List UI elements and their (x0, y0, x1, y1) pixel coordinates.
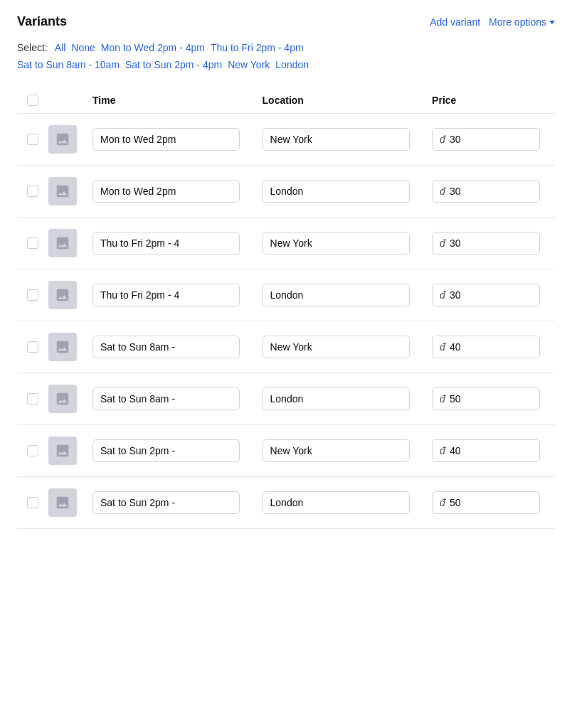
table-row: đ (17, 425, 555, 477)
time-input-1[interactable] (92, 180, 240, 203)
row-time-col (87, 232, 257, 255)
header-price-col: Price (426, 95, 555, 106)
chevron-down-icon (549, 21, 555, 24)
variant-image-5[interactable] (48, 385, 77, 413)
location-input-5[interactable] (263, 387, 410, 410)
image-icon (55, 287, 70, 303)
location-input-3[interactable] (263, 284, 410, 306)
row-time-col (87, 180, 257, 203)
variant-image-4[interactable] (48, 333, 77, 361)
row-check-col (17, 134, 48, 145)
row-price-col: đ (426, 387, 555, 410)
row-check-col (17, 186, 48, 197)
row-checkbox-0[interactable] (27, 134, 38, 145)
row-price-col: đ (426, 284, 555, 306)
image-icon (55, 132, 70, 147)
row-checkbox-7[interactable] (27, 497, 38, 508)
row-check-col (17, 289, 48, 301)
select-label: Select: (17, 42, 48, 53)
row-img-col (48, 281, 87, 309)
table-row: đ (17, 373, 555, 425)
price-field-wrap-2: đ (432, 232, 540, 255)
more-options-button[interactable]: More options (489, 16, 555, 28)
table-row: đ (17, 477, 555, 529)
time-input-7[interactable] (92, 491, 240, 514)
row-location-col (257, 439, 427, 462)
row-checkbox-2[interactable] (27, 237, 38, 249)
row-location-col (257, 284, 427, 306)
price-input-3[interactable] (450, 289, 492, 301)
select-sat-sun-8am-link[interactable]: Sat to Sun 8am - 10am (17, 59, 120, 70)
time-input-5[interactable] (92, 387, 240, 410)
location-input-4[interactable] (263, 336, 410, 358)
location-input-7[interactable] (263, 491, 410, 514)
table-row: đ (17, 166, 555, 218)
price-field-wrap-6: đ (432, 439, 540, 462)
row-time-col (87, 284, 257, 306)
row-location-col (257, 180, 427, 203)
price-input-5[interactable] (450, 393, 492, 405)
row-check-col (17, 445, 48, 456)
header-actions: Add variant More options (430, 16, 555, 28)
location-input-0[interactable] (263, 128, 410, 151)
variant-image-3[interactable] (48, 281, 77, 309)
row-check-col (17, 497, 48, 508)
row-check-col (17, 393, 48, 405)
row-img-col (48, 385, 87, 413)
price-input-4[interactable] (450, 341, 492, 353)
price-input-7[interactable] (450, 497, 492, 508)
price-input-0[interactable] (450, 134, 492, 145)
variant-image-7[interactable] (48, 488, 77, 517)
table-header: Time Location Price (17, 87, 555, 114)
row-checkbox-4[interactable] (27, 341, 38, 353)
select-none-link[interactable]: None (71, 42, 95, 53)
header-check-col (17, 95, 48, 106)
time-input-6[interactable] (92, 439, 240, 462)
price-input-6[interactable] (450, 445, 492, 456)
time-input-3[interactable] (92, 284, 240, 306)
row-time-col (87, 128, 257, 151)
variants-table: Time Location Price (17, 87, 555, 529)
currency-symbol: đ (440, 497, 445, 508)
variant-image-1[interactable] (48, 177, 77, 205)
table-row: đ (17, 218, 555, 269)
currency-symbol: đ (440, 186, 445, 197)
currency-symbol: đ (440, 237, 445, 249)
add-variant-button[interactable]: Add variant (430, 16, 480, 28)
row-checkbox-6[interactable] (27, 445, 38, 456)
select-mon-wed-link[interactable]: Mon to Wed 2pm - 4pm (101, 42, 205, 53)
select-all-checkbox[interactable] (27, 95, 38, 106)
time-input-0[interactable] (92, 128, 240, 151)
location-input-1[interactable] (263, 180, 410, 203)
row-img-col (48, 488, 87, 517)
row-checkbox-3[interactable] (27, 289, 38, 301)
price-field-wrap-5: đ (432, 387, 540, 410)
location-input-6[interactable] (263, 439, 410, 462)
row-location-col (257, 491, 427, 514)
price-field-wrap-7: đ (432, 491, 540, 514)
row-checkbox-1[interactable] (27, 186, 38, 197)
select-sat-sun-2pm-link[interactable]: Sat to Sun 2pm - 4pm (125, 59, 222, 70)
price-input-2[interactable] (450, 237, 492, 249)
image-icon (55, 235, 70, 251)
table-row: đ (17, 269, 555, 321)
header-location-col: Location (257, 95, 427, 106)
variant-image-2[interactable] (48, 229, 77, 257)
location-input-2[interactable] (263, 232, 410, 255)
select-row: Select: All None Mon to Wed 2pm - 4pm Th… (17, 42, 555, 53)
table-body: đ (17, 114, 555, 529)
select-all-link[interactable]: All (55, 42, 66, 53)
variant-image-6[interactable] (48, 437, 77, 465)
select-new-york-link[interactable]: New York (228, 59, 270, 70)
row-time-col (87, 491, 257, 514)
select-london-link[interactable]: London (275, 59, 309, 70)
row-checkbox-5[interactable] (27, 393, 38, 405)
time-input-4[interactable] (92, 336, 240, 358)
select-thu-fri-link[interactable]: Thu to Fri 2pm - 4pm (211, 42, 304, 53)
variant-image-0[interactable] (48, 125, 77, 154)
row-check-col (17, 341, 48, 353)
price-input-1[interactable] (450, 186, 492, 197)
filter-row: Sat to Sun 8am - 10am Sat to Sun 2pm - 4… (17, 59, 555, 70)
time-input-2[interactable] (92, 232, 240, 255)
row-location-col (257, 387, 427, 410)
